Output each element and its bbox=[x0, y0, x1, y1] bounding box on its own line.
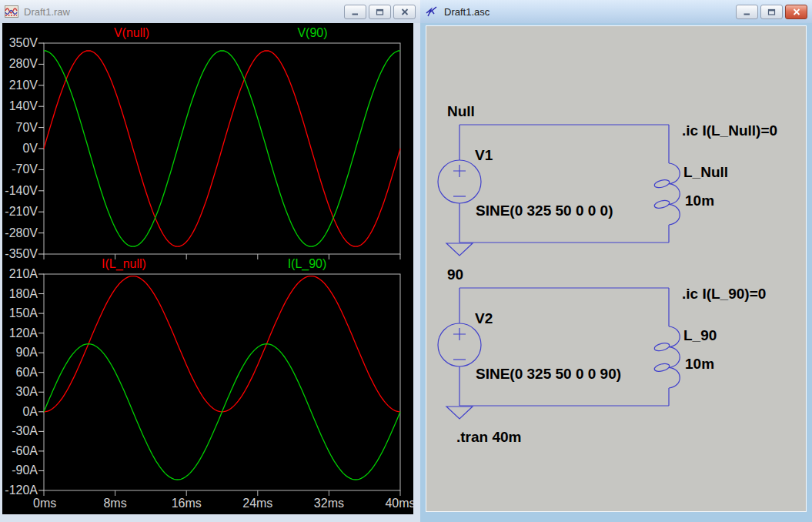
inductor-symbol-L_Null[interactable] bbox=[669, 163, 680, 225]
net-label[interactable]: 90 bbox=[447, 266, 463, 283]
x-tick-label: 16ms bbox=[172, 497, 202, 510]
waveform-plot-area[interactable]: V(null)V(90)350V280V210V140V70V0V-70V-14… bbox=[2, 23, 413, 514]
source-refdes[interactable]: V2 bbox=[475, 310, 493, 326]
y-tick-label: -30A bbox=[12, 424, 38, 437]
schematic-svg: NullV1SINE(0 325 50 0 0 0).ic I(L_Null)=… bbox=[426, 26, 806, 511]
waveform-window-icon[interactable] bbox=[5, 5, 18, 18]
inductor-symbol-L_90[interactable] bbox=[669, 326, 680, 388]
y-tick-label: -70V bbox=[12, 162, 38, 176]
trace-label-I(L_90)[interactable]: I(L_90) bbox=[288, 257, 327, 271]
plus-terminal-mark bbox=[453, 165, 466, 177]
x-tick-label: 40ms bbox=[385, 497, 413, 510]
circuit-Null: NullV1SINE(0 325 50 0 0 0).ic I(L_Null)=… bbox=[438, 103, 777, 256]
y-tick-label: 140V bbox=[9, 99, 38, 112]
y-tick-label: -280V bbox=[5, 226, 38, 239]
net-label[interactable]: Null bbox=[447, 103, 475, 119]
waveform-plot-svg: V(null)V(90)350V280V210V140V70V0V-70V-14… bbox=[2, 23, 413, 514]
y-tick-label: 280V bbox=[9, 57, 38, 70]
y-tick-label: -90A bbox=[12, 463, 38, 477]
ic-directive[interactable]: .ic I(L_90)=0 bbox=[682, 286, 766, 302]
close-icon[interactable] bbox=[785, 5, 807, 19]
y-tick-label: 120A bbox=[9, 326, 38, 340]
y-tick-label: 90A bbox=[16, 346, 38, 359]
minimize-icon[interactable] bbox=[344, 5, 366, 19]
ground-symbol[interactable] bbox=[446, 243, 473, 256]
trace-label-V(90)[interactable]: V(90) bbox=[297, 26, 327, 39]
y-tick-label: 0V bbox=[22, 142, 38, 155]
y-tick-label: -60A bbox=[12, 444, 38, 457]
circuit-90: 90V2SINE(0 325 50 0 0 90).ic I(L_90)=0L_… bbox=[438, 266, 766, 419]
plot-pane-border bbox=[44, 274, 400, 490]
trace-label-I(L_null)[interactable]: I(L_null) bbox=[102, 257, 146, 271]
x-tick-label: 8ms bbox=[103, 497, 126, 510]
waveform-titlebar[interactable]: Draft1.raw bbox=[0, 0, 420, 23]
inductor-value[interactable]: 10m bbox=[685, 356, 714, 372]
inductor-value[interactable]: 10m bbox=[685, 192, 714, 209]
waveform-viewer-window: Draft1.raw V(null)V(90)350V280V210V140V7… bbox=[0, 0, 420, 522]
close-icon[interactable] bbox=[393, 5, 416, 19]
inductor-refdes[interactable]: L_90 bbox=[683, 327, 717, 343]
minimize-icon[interactable] bbox=[736, 5, 758, 19]
schematic-editor-window: Draft1.asc NullV1SINE(0 325 50 0 0 0).ic… bbox=[420, 0, 812, 522]
trace-I(L_null) bbox=[44, 276, 400, 412]
y-tick-label: -140V bbox=[5, 184, 38, 197]
x-tick-label: 24ms bbox=[242, 497, 272, 510]
y-tick-label: 60A bbox=[16, 366, 38, 379]
inductor-loop bbox=[653, 179, 670, 189]
source-value[interactable]: SINE(0 325 50 0 0 0) bbox=[476, 202, 613, 219]
y-tick-label: 150A bbox=[9, 306, 38, 320]
y-tick-label: 180A bbox=[9, 287, 38, 300]
ground-symbol[interactable] bbox=[446, 407, 473, 419]
restore-icon[interactable] bbox=[369, 5, 391, 19]
x-tick-label: 32ms bbox=[314, 497, 344, 510]
tran-directive[interactable]: .tran 40m bbox=[456, 429, 521, 445]
source-refdes[interactable]: V1 bbox=[475, 147, 493, 163]
waveform-window-controls bbox=[344, 5, 416, 19]
source-value[interactable]: SINE(0 325 50 0 0 90) bbox=[476, 366, 621, 382]
restore-icon[interactable] bbox=[760, 5, 783, 19]
waveform-window-title: Draft1.raw bbox=[24, 6, 344, 18]
wire[interactable] bbox=[459, 288, 669, 406]
y-tick-label: 70V bbox=[16, 121, 38, 134]
inductor-loop bbox=[653, 199, 670, 210]
y-tick-label: 210V bbox=[9, 79, 38, 92]
y-tick-label: -350V bbox=[5, 247, 38, 260]
y-tick-label: 350V bbox=[9, 36, 38, 49]
trace-I(L_90) bbox=[44, 344, 400, 480]
y-tick-label: -120A bbox=[5, 484, 38, 497]
trace-V(null) bbox=[44, 51, 400, 246]
plus-terminal-mark bbox=[453, 328, 466, 340]
wire[interactable] bbox=[459, 125, 669, 243]
x-tick-label: 0ms bbox=[33, 497, 56, 510]
schematic-window-title: Draft1.asc bbox=[444, 6, 736, 18]
y-tick-label: -210V bbox=[5, 205, 38, 218]
ltspice-logo-icon[interactable] bbox=[425, 5, 439, 18]
inductor-loop bbox=[653, 363, 670, 373]
inductor-refdes[interactable]: L_Null bbox=[683, 164, 728, 180]
trace-label-V(null)[interactable]: V(null) bbox=[114, 26, 149, 39]
inductor-loop bbox=[653, 342, 670, 353]
schematic-window-controls bbox=[736, 5, 807, 19]
ic-directive[interactable]: .ic I(L_Null)=0 bbox=[682, 122, 777, 139]
y-tick-label: 210A bbox=[9, 267, 38, 280]
y-tick-label: 30A bbox=[16, 385, 38, 398]
schematic-canvas[interactable]: NullV1SINE(0 325 50 0 0 0).ic I(L_Null)=… bbox=[426, 25, 807, 512]
y-tick-label: 0A bbox=[22, 405, 38, 418]
schematic-titlebar[interactable]: Draft1.asc bbox=[420, 0, 812, 23]
